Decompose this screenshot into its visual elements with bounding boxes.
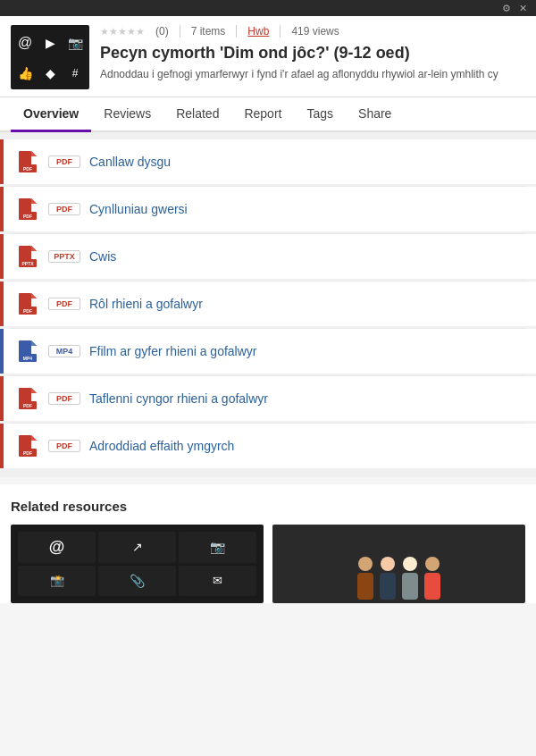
file-item-6[interactable]: PDF PDFAdroddiad effaith ymgyrch: [0, 424, 536, 468]
related-card-img-1: @ ↗ 📷 📸 📎 ✉: [11, 525, 264, 603]
content-area: PDF PDFCanllaw dysgu PDF PDFCynlluniau g…: [0, 132, 536, 477]
views-count: 419 views: [280, 25, 339, 38]
doll-3: [400, 555, 420, 600]
resource-title: Pecyn cymorth 'Dim ond jôc?' (9-12 oed): [100, 43, 525, 63]
file-badge-2: PPTX: [48, 250, 80, 263]
rating-stars: ★★★★★: [100, 26, 145, 38]
social-icon-mail: ✉: [179, 566, 256, 597]
file-icon-wrapper-0: PDF: [14, 148, 41, 175]
tab-tags[interactable]: Tags: [294, 97, 346, 132]
related-card-img-2: [272, 525, 525, 603]
svg-marker-17: [31, 293, 37, 298]
svg-text:PDF: PDF: [23, 214, 32, 219]
related-grid: @ ↗ 📷 📸 📎 ✉: [11, 525, 525, 603]
items-count: 7 items: [180, 25, 226, 38]
social-icon-camera: 📷: [179, 532, 256, 563]
svg-marker-22: [31, 340, 37, 346]
file-item-5[interactable]: PDF PDFTaflenni cyngor rhieni a gofalwyr: [0, 376, 536, 421]
tab-overview[interactable]: Overview: [11, 97, 91, 132]
file-icon-wrapper-3: PDF: [14, 290, 41, 317]
file-icon-5: PDF: [19, 388, 37, 409]
file-icon-wrapper-5: PDF: [14, 385, 41, 412]
file-icon-6: PDF: [19, 435, 37, 457]
svg-marker-2: [31, 151, 37, 156]
file-icon-wrapper-4: MP4: [14, 338, 41, 365]
social-icon-share: ↗: [98, 532, 176, 563]
doll-1: [356, 555, 375, 600]
file-name-1[interactable]: Cynlluniau gwersi: [89, 202, 188, 216]
file-item-1[interactable]: PDF PDFCynlluniau gwersi: [0, 187, 536, 231]
social-icon-photo: 📸: [18, 566, 96, 597]
file-name-6[interactable]: Adroddiad effaith ymgyrch: [89, 439, 234, 453]
file-icon-1: PDF: [19, 198, 37, 220]
related-section: Related resources @ ↗ 📷 📸 📎 ✉: [0, 484, 536, 603]
social-icons-grid: @ ↗ 📷 📸 📎 ✉: [11, 525, 264, 603]
rating-count: (0): [155, 25, 169, 38]
file-icon-wrapper-1: PDF: [14, 196, 41, 223]
file-badge-0: PDF: [48, 155, 80, 168]
doll-2: [378, 555, 398, 600]
resource-description: Adnoddau i gefnogi ymarferwyr i fynd i'r…: [100, 67, 525, 82]
related-card-2[interactable]: [272, 525, 525, 603]
resource-meta: ★★★★★ (0) 7 items Hwb 419 views: [100, 25, 525, 38]
social-icon-clip: 📎: [98, 566, 176, 597]
related-title: Related resources: [11, 499, 525, 514]
file-item-0[interactable]: PDF PDFCanllaw dysgu: [0, 139, 536, 184]
nav-tabs: Overview Reviews Related Report Tags Sha…: [0, 97, 536, 132]
file-badge-1: PDF: [48, 203, 80, 215]
resource-header: @ ▶ 📷 👍 ◆ # ★★★★★ (0) 7 items Hwb 419 vi…: [0, 16, 536, 97]
thumbnail-icons: @ ▶ 📷 👍 ◆ #: [11, 25, 89, 89]
resource-thumbnail: @ ▶ 📷 👍 ◆ #: [11, 25, 89, 89]
tab-related[interactable]: Related: [163, 97, 231, 132]
file-badge-5: PDF: [48, 392, 80, 405]
dolls-image: [272, 525, 525, 603]
tab-report[interactable]: Report: [231, 97, 294, 132]
file-list: PDF PDFCanllaw dysgu PDF PDFCynlluniau g…: [0, 139, 536, 468]
tab-reviews[interactable]: Reviews: [91, 97, 163, 132]
svg-marker-7: [31, 198, 37, 204]
related-card-1[interactable]: @ ↗ 📷 📸 📎 ✉: [11, 525, 264, 603]
file-badge-4: MP4: [48, 345, 80, 357]
top-bar: ⚙ ✕: [0, 0, 536, 16]
svg-marker-12: [31, 246, 37, 251]
tab-share[interactable]: Share: [346, 97, 404, 132]
file-name-2[interactable]: Cwis: [89, 249, 116, 264]
file-name-0[interactable]: Canllaw dysgu: [89, 155, 171, 169]
file-icon-0: PDF: [19, 151, 37, 172]
file-badge-6: PDF: [48, 440, 80, 452]
doll-4: [423, 555, 442, 600]
svg-text:PDF: PDF: [23, 308, 32, 314]
file-item-2[interactable]: PPTX PPTXCwis: [0, 234, 536, 279]
svg-text:MP4: MP4: [23, 356, 33, 361]
file-icon-2: PPTX: [19, 246, 37, 267]
file-badge-3: PDF: [48, 298, 80, 310]
file-name-4[interactable]: Ffilm ar gyfer rhieni a gofalwyr: [89, 344, 257, 358]
svg-marker-32: [31, 435, 37, 441]
file-item-4[interactable]: MP4 MP4Ffilm ar gyfer rhieni a gofalwyr: [0, 329, 536, 374]
hwb-link[interactable]: Hwb: [236, 25, 269, 38]
file-icon-wrapper-2: PPTX: [14, 243, 41, 270]
svg-text:PPTX: PPTX: [21, 261, 34, 266]
svg-text:PDF: PDF: [23, 403, 32, 408]
svg-text:PDF: PDF: [23, 166, 32, 172]
svg-marker-27: [31, 388, 37, 393]
top-bar-icons: ⚙ ✕: [502, 3, 527, 14]
file-icon-wrapper-6: PDF: [14, 433, 41, 459]
file-item-3[interactable]: PDF PDFRôl rhieni a gofalwyr: [0, 281, 536, 326]
file-icon-3: PDF: [19, 293, 37, 315]
svg-text:PDF: PDF: [23, 450, 32, 456]
file-icon-4: MP4: [19, 340, 37, 362]
file-name-5[interactable]: Taflenni cyngor rhieni a gofalwyr: [89, 391, 268, 406]
resource-info: ★★★★★ (0) 7 items Hwb 419 views Pecyn cy…: [100, 25, 525, 82]
social-icon-at: @: [18, 532, 96, 563]
file-name-3[interactable]: Rôl rhieni a gofalwyr: [89, 297, 203, 311]
